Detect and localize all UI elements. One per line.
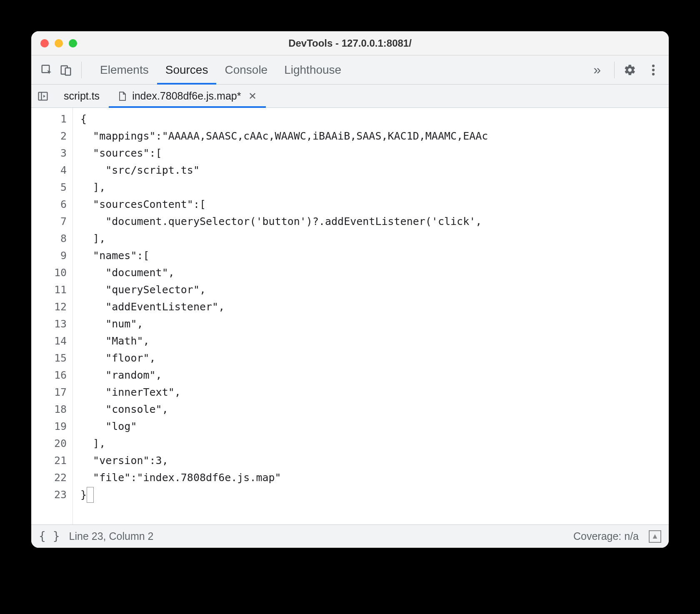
- line-number[interactable]: 9: [41, 247, 67, 264]
- line-number[interactable]: 1: [41, 110, 67, 127]
- file-tab[interactable]: index.7808df6e.js.map*✕: [109, 85, 266, 107]
- devtools-window: DevTools - 127.0.0.1:8081/ ElementsSourc…: [31, 31, 669, 548]
- pretty-print-icon[interactable]: { }: [39, 529, 60, 543]
- statusbar: { } Line 23, Column 2 Coverage: n/a ▲: [31, 524, 669, 548]
- line-number[interactable]: 8: [41, 230, 67, 247]
- svg-point-3: [652, 64, 655, 67]
- code-line[interactable]: "names":[: [80, 247, 669, 264]
- code-line[interactable]: "random",: [80, 367, 669, 384]
- toolbar-separator: [614, 62, 615, 78]
- code-line[interactable]: "Math",: [80, 332, 669, 349]
- line-number[interactable]: 10: [41, 264, 67, 281]
- line-number[interactable]: 15: [41, 349, 67, 367]
- sources-subtoolbar: script.tsindex.7808df6e.js.map*✕: [31, 85, 669, 108]
- panel-tabs: ElementsSourcesConsoleLighthouse: [100, 55, 586, 84]
- code-line[interactable]: "querySelector",: [80, 281, 669, 298]
- code-line[interactable]: "src/script.ts": [80, 162, 669, 179]
- titlebar: DevTools - 127.0.0.1:8081/: [31, 31, 669, 55]
- code-line[interactable]: ],: [80, 230, 669, 247]
- code-line[interactable]: "num",: [80, 315, 669, 332]
- code-line[interactable]: "file":"index.7808df6e.js.map": [80, 469, 669, 486]
- code-line[interactable]: "sources":[: [80, 145, 669, 162]
- close-window-button[interactable]: [40, 39, 49, 47]
- cursor-position: Line 23, Column 2: [69, 530, 154, 542]
- line-number[interactable]: 18: [41, 401, 67, 418]
- panel-tab-elements[interactable]: Elements: [100, 55, 149, 84]
- line-number[interactable]: 2: [41, 127, 67, 145]
- svg-point-4: [652, 68, 655, 71]
- code-line[interactable]: ],: [80, 179, 669, 196]
- file-tab-label: script.ts: [64, 90, 100, 102]
- line-number[interactable]: 14: [41, 332, 67, 349]
- window-controls: [31, 39, 77, 47]
- code-line[interactable]: "floor",: [80, 349, 669, 367]
- code-editor[interactable]: 1234567891011121314151617181920212223 { …: [31, 108, 669, 524]
- code-line[interactable]: ],: [80, 435, 669, 452]
- line-number[interactable]: 16: [41, 367, 67, 384]
- more-panels-button[interactable]: »: [586, 62, 608, 77]
- file-tab[interactable]: script.ts: [55, 85, 109, 107]
- file-tab-label: index.7808df6e.js.map*: [132, 90, 241, 102]
- panel-tab-lighthouse[interactable]: Lighthouse: [284, 55, 341, 84]
- code-line[interactable]: "sourcesContent":[: [80, 196, 669, 213]
- line-number[interactable]: 4: [41, 162, 67, 179]
- maximize-window-button[interactable]: [69, 39, 77, 47]
- toggle-navigator-icon[interactable]: [31, 85, 55, 107]
- window-title: DevTools - 127.0.0.1:8081/: [31, 37, 669, 49]
- line-number[interactable]: 12: [41, 298, 67, 315]
- settings-icon[interactable]: [620, 60, 640, 80]
- line-number[interactable]: 20: [41, 435, 67, 452]
- kebab-menu-icon[interactable]: [644, 60, 663, 80]
- minimize-window-button[interactable]: [55, 39, 63, 47]
- panel-tab-sources[interactable]: Sources: [165, 55, 208, 84]
- device-toolbar-icon[interactable]: [56, 60, 75, 80]
- svg-rect-2: [65, 68, 71, 75]
- line-number[interactable]: 19: [41, 418, 67, 435]
- svg-rect-6: [39, 92, 48, 100]
- document-icon: [118, 91, 127, 102]
- status-right: Coverage: n/a ▲: [573, 530, 661, 543]
- line-number[interactable]: 17: [41, 384, 67, 401]
- line-number[interactable]: 7: [41, 213, 67, 230]
- toolbar-separator: [81, 62, 82, 78]
- line-number[interactable]: 6: [41, 196, 67, 213]
- main-toolbar: ElementsSourcesConsoleLighthouse »: [31, 55, 669, 85]
- line-number[interactable]: 11: [41, 281, 67, 298]
- line-number[interactable]: 22: [41, 469, 67, 486]
- code-line[interactable]: "version":3,: [80, 452, 669, 469]
- inspect-element-icon[interactable]: [37, 60, 56, 80]
- status-left: { } Line 23, Column 2: [39, 529, 153, 543]
- line-number[interactable]: 13: [41, 315, 67, 332]
- coverage-status: Coverage: n/a: [573, 530, 639, 542]
- code-line[interactable]: {: [80, 110, 669, 127]
- panel-tab-console[interactable]: Console: [225, 55, 268, 84]
- code-line[interactable]: "innerText",: [80, 384, 669, 401]
- svg-point-5: [652, 72, 655, 75]
- code-content[interactable]: { "mappings":"AAAAA,SAASC,cAAc,WAAWC,iBA…: [73, 108, 669, 524]
- line-number[interactable]: 3: [41, 145, 67, 162]
- code-line[interactable]: "document.querySelector('button')?.addEv…: [80, 213, 669, 230]
- line-number[interactable]: 21: [41, 452, 67, 469]
- line-gutter: 1234567891011121314151617181920212223: [31, 108, 73, 524]
- code-line[interactable]: }: [80, 486, 669, 503]
- line-number[interactable]: 5: [41, 179, 67, 196]
- close-tab-icon[interactable]: ✕: [248, 90, 257, 102]
- code-line[interactable]: "log": [80, 418, 669, 435]
- code-line[interactable]: "console",: [80, 401, 669, 418]
- toolbar-right: [620, 60, 663, 80]
- line-number[interactable]: 23: [41, 486, 67, 503]
- code-line[interactable]: "mappings":"AAAAA,SAASC,cAAc,WAAWC,iBAAi…: [80, 127, 669, 145]
- file-tabs: script.tsindex.7808df6e.js.map*✕: [55, 85, 266, 107]
- code-line[interactable]: "addEventListener",: [80, 298, 669, 315]
- text-cursor: [87, 487, 94, 503]
- code-line[interactable]: "document",: [80, 264, 669, 281]
- toggle-drawer-icon[interactable]: ▲: [649, 530, 661, 543]
